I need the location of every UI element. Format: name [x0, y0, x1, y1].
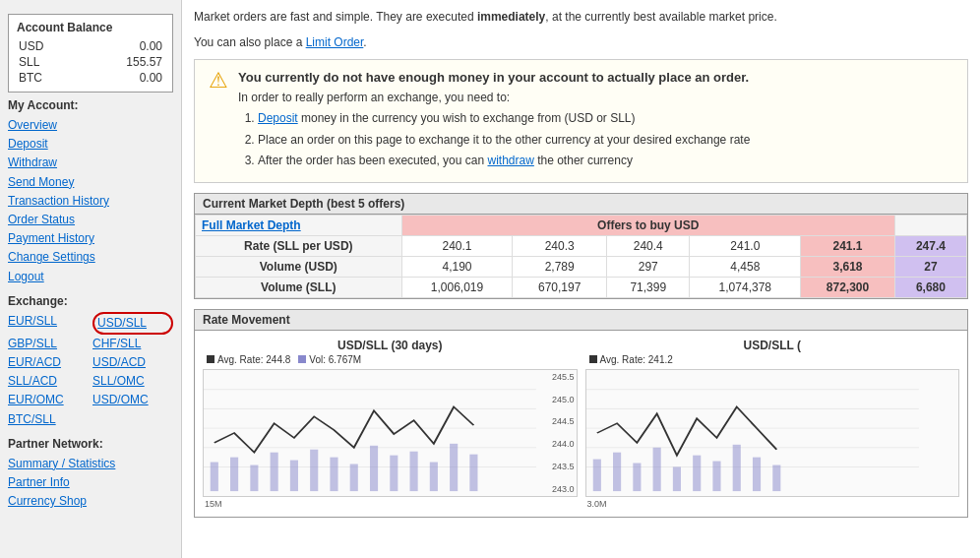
svg-rect-15 — [410, 451, 418, 490]
offers-buy-header: Offers to buy USD — [401, 215, 894, 235]
warning-sub: In order to really perform an exchange, … — [238, 91, 750, 104]
table-cell: 4,190 — [401, 256, 513, 277]
svg-rect-7 — [250, 465, 258, 491]
chart1-y-labels: 245.5 245.0 244.5 244.0 243.5 243.0 — [552, 370, 575, 496]
chart2-x-label: 3.0M — [585, 499, 960, 509]
table-cell: 241.1 — [801, 235, 895, 256]
chart2-avg-box — [589, 355, 597, 363]
main-content: Market orders are fast and simple. They … — [182, 0, 980, 558]
row-label: Volume (USD) — [196, 256, 402, 277]
exchange-link-col1[interactable]: EUR/OMC — [8, 391, 89, 409]
table-cell: 240.4 — [607, 235, 690, 256]
withdraw-link[interactable]: withdraw — [487, 154, 533, 167]
account-balance-title: Account Balance — [17, 21, 164, 34]
chart1-vol-label: Vol: 6.767M — [309, 354, 361, 365]
my-account-link[interactable]: Send Money — [8, 173, 173, 192]
charts-row: USD/SLL (30 days) Avg. Rate: 244.8 Vol: … — [195, 331, 967, 517]
svg-rect-14 — [390, 455, 398, 490]
market-depth-table: Full Market Depth Offers to buy USD Rate… — [195, 215, 967, 298]
deposit-link[interactable]: Deposit — [258, 111, 298, 125]
chart2-avg-label: Avg. Rate: 241.2 — [600, 354, 673, 365]
usd-sll-link[interactable]: USD/SLL — [92, 312, 173, 335]
my-account-link[interactable]: Payment History — [8, 229, 173, 248]
extra-header — [894, 215, 966, 235]
partner-link[interactable]: Currency Shop — [8, 492, 173, 511]
sidebar: Account Balance USD0.00SLL155.57BTC0.00 … — [0, 0, 182, 558]
my-account-link[interactable]: Deposit — [8, 135, 173, 154]
chart1-title: USD/SLL (30 days) — [203, 339, 578, 352]
my-account-link[interactable]: Withdraw — [8, 154, 173, 172]
exchange-link-col2[interactable]: CHF/SLL — [92, 335, 173, 353]
chart2-area — [585, 369, 960, 497]
market-depth-title: Current Market Depth (best 5 offers) — [203, 197, 404, 211]
chart2-container: USD/SLL ( Avg. Rate: 241.2 — [585, 339, 960, 509]
warning-steps: Deposit money in the currency you wish t… — [258, 108, 750, 172]
svg-rect-28 — [672, 466, 680, 491]
rate-movement-section: Rate Movement USD/SLL (30 days) Avg. Rat… — [194, 309, 968, 518]
balance-table: USD0.00SLL155.57BTC0.00 — [17, 38, 164, 86]
partner-link[interactable]: Partner Info — [8, 473, 173, 492]
table-cell: 297 — [607, 256, 690, 277]
chart1-legend: Avg. Rate: 244.8 Vol: 6.767M — [203, 354, 578, 365]
svg-rect-27 — [652, 448, 660, 491]
my-account-link[interactable]: Logout — [8, 268, 173, 286]
chart1-area: 245.5 245.0 244.5 244.0 243.5 243.0 — [203, 369, 578, 497]
balance-currency: BTC — [17, 70, 79, 86]
intro-text-3: You can also place a — [194, 35, 306, 49]
my-account-link[interactable]: Change Settings — [8, 248, 173, 267]
chart1-svg — [204, 370, 577, 496]
table-row: Volume (USD)4,1902,7892974,4583,61827 — [196, 256, 967, 277]
full-market-depth-link[interactable]: Full Market Depth — [202, 218, 301, 232]
intro-text-1: Market orders are fast and simple. They … — [194, 10, 477, 24]
limit-order-link[interactable]: Limit Order — [306, 35, 364, 49]
market-depth-header: Current Market Depth (best 5 offers) — [195, 194, 967, 215]
chart1-vol-legend: Vol: 6.767M — [298, 354, 361, 365]
row-label: Rate (SLL per USD) — [196, 235, 402, 256]
avg-legend-box — [207, 355, 214, 363]
exchange-link-col1[interactable]: BTC/SLL — [8, 410, 89, 429]
my-account-link[interactable]: Order Status — [8, 211, 173, 229]
chart2-title: USD/SLL ( — [585, 339, 960, 352]
exchange-link-col2[interactable]: SLL/OMC — [92, 372, 173, 391]
svg-rect-11 — [330, 457, 337, 490]
exchange-link-col1[interactable]: SLL/ACD — [8, 372, 89, 391]
svg-rect-24 — [592, 459, 600, 490]
account-balance-box: Account Balance USD0.00SLL155.57BTC0.00 — [8, 14, 173, 93]
partner-link[interactable]: Summary / Statistics — [8, 455, 173, 473]
warning-title: You currently do not have enough money i… — [238, 70, 750, 85]
partner-network-title: Partner Network: — [8, 437, 173, 451]
table-cell: 241.0 — [690, 235, 801, 256]
intro-bold: immediately — [477, 10, 545, 24]
table-cell: 670,197 — [513, 277, 607, 297]
svg-rect-5 — [211, 462, 218, 491]
svg-rect-26 — [633, 463, 641, 491]
svg-rect-10 — [310, 450, 318, 491]
warning-box: ⚠ You currently do not have enough money… — [194, 59, 968, 183]
svg-rect-18 — [469, 454, 477, 490]
my-account-links: OverviewDepositWithdrawSend MoneyTransac… — [8, 116, 173, 286]
svg-rect-29 — [693, 455, 701, 490]
table-row: Rate (SLL per USD)240.1240.3240.4241.024… — [196, 235, 967, 256]
balance-currency: USD — [17, 38, 79, 54]
exchange-links: EUR/SLLUSD/SLLGBP/SLLCHF/SLLEUR/ACDUSD/A… — [8, 312, 173, 429]
table-row: Volume (SLL)1,006,019670,19771,3991,074,… — [196, 277, 967, 297]
exchange-link-col2[interactable]: USD/OMC — [92, 391, 173, 409]
warning-step-1: Deposit money in the currency you wish t… — [258, 108, 750, 130]
exchange-link-col1[interactable]: GBP/SLL — [8, 335, 89, 353]
warning-content: You currently do not have enough money i… — [238, 70, 750, 172]
exchange-link-col1[interactable]: EUR/SLL — [8, 312, 89, 335]
exchange-link-col2[interactable]: USD/ACD — [92, 353, 173, 372]
table-cell: 6,680 — [894, 277, 966, 297]
chart2-avg-legend: Avg. Rate: 241.2 — [589, 354, 673, 365]
exchange-link-col1[interactable]: EUR/ACD — [8, 353, 89, 372]
my-account-link[interactable]: Transaction History — [8, 192, 173, 211]
balance-row: SLL155.57 — [17, 54, 164, 70]
warning-step-2: Place an order on this page to exchange … — [258, 130, 750, 152]
chart1-avg-label: Avg. Rate: 244.8 — [217, 354, 290, 365]
svg-rect-31 — [732, 445, 740, 491]
market-depth-section: Current Market Depth (best 5 offers) Ful… — [194, 193, 968, 299]
exchange-title: Exchange: — [8, 294, 173, 308]
my-account-link[interactable]: Overview — [8, 116, 173, 135]
table-cell: 247.4 — [894, 235, 966, 256]
chart1-container: USD/SLL (30 days) Avg. Rate: 244.8 Vol: … — [203, 339, 578, 509]
